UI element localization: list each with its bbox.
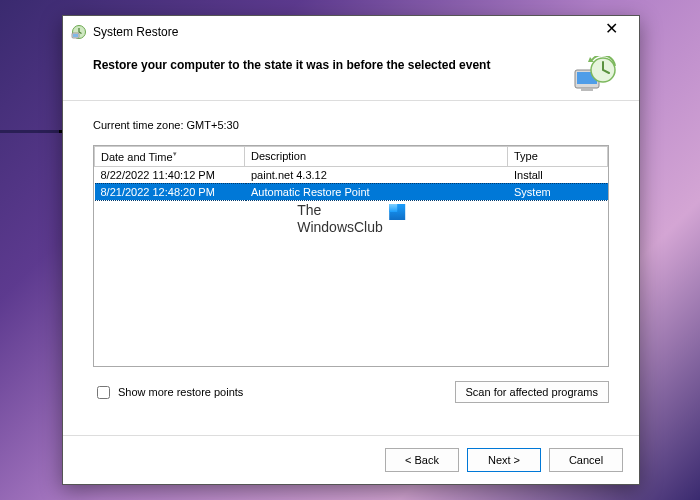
wizard-header: Restore your computer to the state it wa… [63,48,639,101]
show-more-checkbox[interactable]: Show more restore points [93,383,243,402]
table-header-row: Date and Time▾ Description Type [95,147,608,167]
sort-indicator-icon: ▾ [173,150,177,157]
column-description[interactable]: Description [245,147,508,167]
cell-type: System [508,183,608,200]
restore-points-table[interactable]: Date and Time▾ Description Type 8/22/202… [93,145,609,367]
system-restore-icon [71,24,87,40]
titlebar: System Restore ✕ [63,16,639,48]
options-row: Show more restore points Scan for affect… [93,381,609,403]
edge-decoration [0,130,62,133]
system-restore-window: System Restore ✕ Restore your computer t… [62,15,640,485]
watermark-text: The WindowsClub [297,202,383,236]
wizard-heading: Restore your computer to the state it wa… [93,56,573,72]
timezone-label: Current time zone: GMT+5:30 [93,119,609,131]
column-date-label: Date and Time [101,151,173,163]
cell-desc: paint.net 4.3.12 [245,166,508,183]
cell-desc: Automatic Restore Point [245,183,508,200]
watermark-line1: The [297,202,383,219]
wizard-body: Current time zone: GMT+5:30 Date and Tim… [63,101,639,435]
show-more-checkbox-input[interactable] [97,386,110,399]
column-type[interactable]: Type [508,147,608,167]
close-button[interactable]: ✕ [591,18,631,46]
cell-date: 8/21/2022 12:48:20 PM [95,183,245,200]
show-more-label: Show more restore points [118,386,243,398]
restore-clock-icon [573,56,619,96]
cell-date: 8/22/2022 11:40:12 PM [95,166,245,183]
scan-affected-button[interactable]: Scan for affected programs [455,381,609,403]
cell-type: Install [508,166,608,183]
table-row[interactable]: 8/22/2022 11:40:12 PM paint.net 4.3.12 I… [95,166,608,183]
svg-rect-2 [73,34,78,37]
window-title: System Restore [93,25,591,39]
next-button[interactable]: Next > [467,448,541,472]
column-date[interactable]: Date and Time▾ [95,147,245,167]
watermark: The WindowsClub [297,202,405,236]
svg-rect-5 [581,88,593,91]
table-row[interactable]: 8/21/2022 12:48:20 PM Automatic Restore … [95,183,608,200]
watermark-line2: WindowsClub [297,219,383,236]
wizard-footer: < Back Next > Cancel [63,435,639,484]
cancel-button[interactable]: Cancel [549,448,623,472]
windowsclub-logo-icon [389,204,405,220]
back-button[interactable]: < Back [385,448,459,472]
